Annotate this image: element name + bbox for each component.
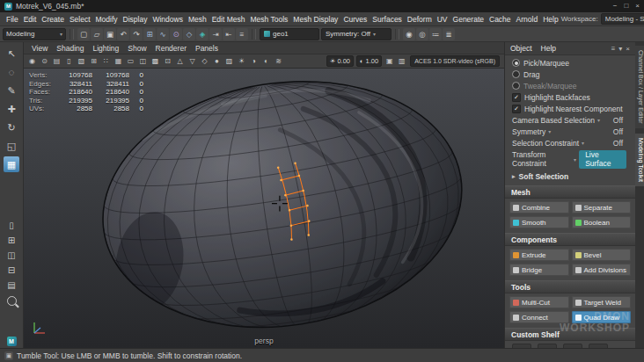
lock-camera-icon[interactable]: ⊙	[39, 55, 50, 67]
ipr-render-icon[interactable]: ◎	[416, 28, 428, 40]
toolkit-menu-object[interactable]: Object	[510, 44, 532, 53]
menu-generate[interactable]: Generate	[450, 15, 487, 24]
move-tool[interactable]: ✚	[4, 101, 19, 117]
live-surface-button[interactable]: Live Surface	[579, 150, 626, 169]
menu-edit[interactable]: Edit	[21, 15, 40, 24]
tab-modeling-toolkit[interactable]: Modeling Toolkit	[635, 134, 644, 186]
four-pane-layout[interactable]: ⊞	[4, 234, 19, 246]
smooth-button[interactable]: Smooth	[509, 216, 569, 228]
textured-icon[interactable]: ▨	[223, 55, 235, 67]
hypershade-layout[interactable]: ▤	[4, 279, 19, 291]
scale-tool[interactable]: ◱	[4, 138, 19, 154]
dropdown-selection-constraint[interactable]: Selection Constraint▾Off	[505, 137, 635, 148]
shelf-item-exp[interactable]: MExp	[510, 344, 533, 348]
section-custom-shelf[interactable]: Custom Shelf	[505, 328, 635, 341]
dropdown-transform-constraint[interactable]: Transform Constraint▾Live Surface	[505, 148, 635, 170]
select-tool[interactable]: ↖	[4, 46, 19, 62]
camera-attributes-icon[interactable]: ▤	[51, 55, 62, 67]
output-connections-icon[interactable]: ⇤	[223, 28, 235, 40]
snap-to-grid-icon[interactable]: ⊞	[143, 28, 156, 40]
menu-mesh-tools[interactable]: Mesh Tools	[248, 15, 291, 24]
menu-help[interactable]: Help	[540, 15, 560, 24]
gate-mask-icon[interactable]: ▩	[150, 55, 161, 67]
render-current-frame-icon[interactable]: ◉	[403, 28, 415, 40]
snap-to-point-icon[interactable]: ⊙	[170, 28, 182, 40]
dropdown-camera-based-selection[interactable]: Camera Based Selection▾Off	[505, 114, 635, 126]
paint-select-tool[interactable]: ✎	[4, 83, 19, 98]
viewport-canvas[interactable]: Verts:1097681097680Edges:3284113284110Fa…	[24, 69, 504, 348]
shelf-item-update[interactable]: MUpdate	[561, 344, 584, 348]
object-name-field[interactable]: geo1	[260, 28, 319, 40]
shelf-item-bexpor[interactable]: MBExpor	[587, 344, 610, 348]
snap-to-curve-icon[interactable]: ∿	[157, 28, 169, 40]
display-layer-icon[interactable]: ≣	[443, 28, 455, 40]
image-plane-icon[interactable]: ▧	[76, 55, 87, 67]
exposure-field[interactable]: ☀ 0.00	[326, 55, 354, 67]
resolution-gate-icon[interactable]: ◫	[137, 55, 149, 67]
color-management-badge[interactable]: ACES 1.0 SDR-video (sRGB)	[410, 55, 500, 67]
panel-menu-lighting[interactable]: Lighting	[88, 44, 123, 53]
symmetry-select[interactable]: Symmetry: Off ▾	[321, 28, 392, 40]
radio-pick-marquee[interactable]: Pick/Marquee	[505, 57, 635, 69]
oversampling-icon[interactable]: ∷	[100, 55, 112, 67]
menu-display[interactable]: Display	[121, 15, 150, 24]
bridge-button[interactable]: Bridge	[509, 264, 569, 276]
panel-options-icon[interactable]: ≡	[611, 45, 616, 53]
bookmarks-icon[interactable]: ▯	[63, 55, 75, 67]
save-scene-icon[interactable]: ▣	[104, 28, 116, 40]
single-pane-layout[interactable]: ▯	[4, 219, 19, 231]
shadows-icon[interactable]: ◑	[248, 55, 260, 67]
add-divisions-button[interactable]: Add Divisions	[572, 264, 632, 276]
persp-outliner-layout[interactable]: ◫	[4, 249, 19, 261]
separate-button[interactable]: Separate	[572, 201, 632, 214]
wireframe-icon[interactable]: ◇	[199, 55, 210, 67]
section-components[interactable]: Components	[505, 233, 635, 246]
panel-menu-panels[interactable]: Panels	[191, 44, 223, 53]
film-gate-icon[interactable]: ▭	[125, 55, 136, 67]
rotate-tool[interactable]: ↻	[4, 119, 19, 135]
target-weld-button[interactable]: Target Weld	[572, 296, 632, 308]
menu-uv[interactable]: UV	[435, 15, 450, 24]
connect-button[interactable]: Connect	[509, 311, 569, 323]
menu-modify[interactable]: Modify	[93, 15, 121, 24]
boolean-button[interactable]: Boolean	[572, 216, 632, 228]
shelf-item-imp[interactable]: MImp	[536, 344, 559, 348]
radio-tweak-marquee[interactable]: Tweak/Marquee	[505, 80, 635, 91]
grid-icon[interactable]: ▦	[113, 55, 124, 67]
isolate-select-icon[interactable]: ▣	[384, 55, 395, 67]
field-chart-icon[interactable]: ⊡	[162, 55, 173, 67]
panel-menu-show[interactable]: Show	[123, 44, 150, 53]
undo-icon[interactable]: ↶	[117, 28, 129, 40]
input-connections-icon[interactable]: ⇥	[209, 28, 222, 40]
menu-surfaces[interactable]: Surfaces	[370, 15, 405, 24]
safe-title-icon[interactable]: ▽	[187, 55, 198, 67]
x-ray-icon[interactable]: ▥	[396, 55, 407, 67]
minimize-button[interactable]: −	[613, 3, 618, 10]
safe-action-icon[interactable]: △	[174, 55, 186, 67]
checkbox-highlight-nearest-component[interactable]: ✓Highlight Nearest Component	[505, 103, 635, 114]
panel-menu-shading[interactable]: Shading	[52, 44, 88, 53]
smooth-shade-icon[interactable]: ●	[211, 55, 223, 67]
extrude-button[interactable]: Extrude	[509, 249, 569, 261]
persp-graph-layout[interactable]: ⊟	[4, 264, 19, 276]
multi-cut-button[interactable]: Multi-Cut	[509, 296, 569, 308]
quad-draw-button[interactable]: Quad Draw	[572, 311, 632, 323]
construction-history-icon[interactable]: ≡	[236, 28, 248, 40]
lights-icon[interactable]: ☀	[236, 55, 247, 67]
close-button[interactable]: ×	[635, 3, 640, 10]
soft-selection-header[interactable]: ▸ Soft Selection	[505, 170, 635, 184]
make-live-icon[interactable]: ◈	[196, 28, 209, 40]
panel-menu-renderer[interactable]: Renderer	[151, 44, 191, 53]
panel-menu-view[interactable]: View	[27, 44, 52, 53]
new-scene-icon[interactable]: ▢	[77, 28, 90, 40]
workspace-select[interactable]: Modeling - Standard ▾	[601, 13, 644, 25]
section-mesh[interactable]: Mesh	[505, 185, 635, 199]
magnifier-icon[interactable]	[7, 296, 17, 306]
menu-curves[interactable]: Curves	[340, 15, 370, 24]
menu-mesh-display[interactable]: Mesh Display	[290, 15, 340, 24]
two-d-pan-zoom-icon[interactable]: ⊞	[88, 55, 99, 67]
menu-windows[interactable]: Windows	[150, 15, 185, 24]
menu-cache[interactable]: Cache	[487, 15, 514, 24]
snap-to-plane-icon[interactable]: ◇	[183, 28, 195, 40]
lasso-select-tool[interactable]: ◌	[4, 64, 19, 80]
